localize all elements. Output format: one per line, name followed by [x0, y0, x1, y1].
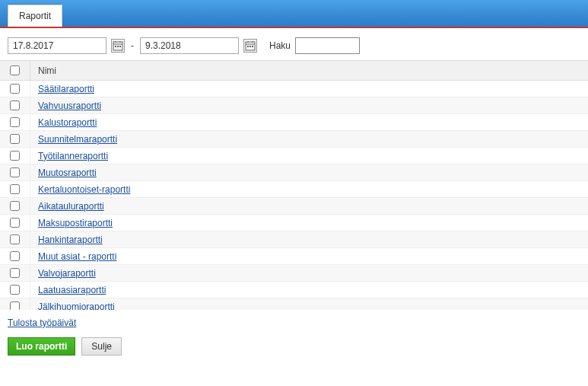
report-link[interactable]: Valvojaraportti: [38, 268, 96, 279]
close-button[interactable]: Sulje: [81, 337, 122, 356]
svg-rect-14: [252, 46, 253, 47]
report-link[interactable]: Laatuasiaraportti: [38, 285, 106, 295]
calendar-icon[interactable]: [243, 39, 257, 53]
row-name-cell: Kertaluontoiset-raportti: [30, 184, 130, 195]
row-checkbox-cell: [0, 81, 30, 97]
row-checkbox[interactable]: [10, 218, 20, 228]
row-checkbox[interactable]: [10, 268, 20, 278]
row-checkbox[interactable]: [10, 100, 20, 110]
row-name-cell: Muut asiat - raportti: [30, 251, 116, 262]
row-checkbox-cell: [0, 198, 30, 214]
table-row: Suunnitelmaraportti: [0, 131, 588, 148]
row-checkbox[interactable]: [10, 201, 20, 211]
row-name-cell: Vahvuusraportti: [30, 100, 101, 111]
table-row: Säätilaraportti: [0, 81, 588, 97]
report-link[interactable]: Kalustoraportti: [38, 117, 97, 128]
date-to-input[interactable]: [140, 37, 239, 54]
table-row: Työtilanneraportti: [0, 148, 588, 164]
header-bar: Raportit: [0, 0, 588, 27]
footer-buttons: Luo raportti Sulje: [0, 333, 588, 363]
svg-rect-5: [115, 46, 116, 47]
row-name-cell: Jälkihuomioraportti: [30, 301, 115, 311]
search-input[interactable]: [295, 37, 360, 54]
row-name-cell: Hankintaraportti: [30, 234, 103, 245]
column-header-name[interactable]: Nimi: [30, 65, 56, 76]
row-name-cell: Laatuasiaraportti: [30, 285, 106, 295]
row-name-cell: Kalustoraportti: [30, 117, 97, 128]
table-header: Nimi: [0, 61, 588, 81]
table-row: Vahvuusraportti: [0, 97, 588, 114]
report-link[interactable]: Aikatauluraportti: [38, 201, 104, 212]
svg-rect-7: [119, 46, 121, 47]
row-name-cell: Maksupostiraportti: [30, 218, 113, 228]
table-row: Jälkihuomioraportti: [0, 298, 588, 310]
row-checkbox-cell: [0, 298, 30, 310]
svg-rect-6: [117, 46, 119, 47]
row-checkbox-cell: [0, 231, 30, 247]
print-workdays-link[interactable]: Tulosta työpäivät: [8, 317, 76, 328]
report-link[interactable]: Muutosraportti: [38, 167, 97, 178]
svg-rect-12: [247, 46, 249, 47]
date-from-input[interactable]: [8, 37, 106, 54]
calendar-icon[interactable]: [111, 39, 125, 53]
row-checkbox[interactable]: [10, 84, 20, 94]
tab-raportit[interactable]: Raportit: [8, 5, 62, 27]
report-link[interactable]: Muut asiat - raportti: [38, 251, 116, 262]
search-label: Haku: [269, 40, 291, 51]
report-link[interactable]: Hankintaraportti: [38, 234, 103, 245]
row-checkbox[interactable]: [10, 151, 20, 161]
table-row: Laatuasiaraportti: [0, 282, 588, 298]
row-checkbox-cell: [0, 114, 30, 130]
row-checkbox-cell: [0, 215, 30, 231]
row-name-cell: Säätilaraportti: [30, 84, 94, 94]
row-checkbox-cell: [0, 97, 30, 113]
row-checkbox[interactable]: [10, 301, 20, 310]
date-range-separator: -: [129, 40, 135, 51]
table-row: Hankintaraportti: [0, 231, 588, 248]
report-table: Nimi SäätilaraporttiVahvuusraporttiKalus…: [0, 60, 588, 310]
select-all-cell: [0, 61, 30, 80]
row-checkbox[interactable]: [10, 167, 20, 177]
row-checkbox[interactable]: [10, 234, 20, 244]
table-row: Muutosraportti: [0, 164, 588, 181]
report-link[interactable]: Vahvuusraportti: [38, 100, 101, 111]
report-link[interactable]: Kertaluontoiset-raportti: [38, 184, 130, 195]
row-checkbox-cell: [0, 282, 30, 298]
report-link[interactable]: Jälkihuomioraportti: [38, 301, 115, 311]
report-link[interactable]: Maksupostiraportti: [38, 218, 113, 228]
row-name-cell: Valvojaraportti: [30, 268, 96, 279]
row-checkbox[interactable]: [10, 285, 20, 295]
row-checkbox[interactable]: [10, 184, 20, 194]
row-checkbox[interactable]: [10, 251, 20, 261]
create-report-button[interactable]: Luo raportti: [8, 337, 75, 356]
filter-row: - Haku: [0, 28, 588, 60]
table-row: Aikatauluraportti: [0, 198, 588, 215]
row-checkbox[interactable]: [10, 117, 20, 127]
table-row: Maksupostiraportti: [0, 215, 588, 231]
row-checkbox-cell: [0, 265, 30, 281]
row-name-cell: Aikatauluraportti: [30, 201, 104, 212]
row-checkbox-cell: [0, 131, 30, 147]
row-checkbox-cell: [0, 148, 30, 164]
footer-link-row: Tulosta työpäivät: [0, 310, 588, 333]
table-row: Muut asiat - raportti: [0, 248, 588, 265]
row-checkbox-cell: [0, 164, 30, 180]
row-name-cell: Työtilanneraportti: [30, 151, 108, 161]
table-row: Valvojaraportti: [0, 265, 588, 282]
table-row: Kertaluontoiset-raportti: [0, 181, 588, 198]
row-name-cell: Suunnitelmaraportti: [30, 134, 117, 145]
report-link[interactable]: Säätilaraportti: [38, 84, 94, 94]
svg-rect-13: [250, 46, 251, 47]
report-link[interactable]: Työtilanneraportti: [38, 151, 108, 161]
select-all-checkbox[interactable]: [10, 65, 20, 75]
row-checkbox-cell: [0, 181, 30, 197]
report-link[interactable]: Suunnitelmaraportti: [38, 134, 117, 145]
row-checkbox[interactable]: [10, 134, 20, 144]
table-body: SäätilaraporttiVahvuusraporttiKalustorap…: [0, 81, 588, 310]
row-checkbox-cell: [0, 248, 30, 264]
table-row: Kalustoraportti: [0, 114, 588, 131]
row-name-cell: Muutosraportti: [30, 167, 97, 178]
